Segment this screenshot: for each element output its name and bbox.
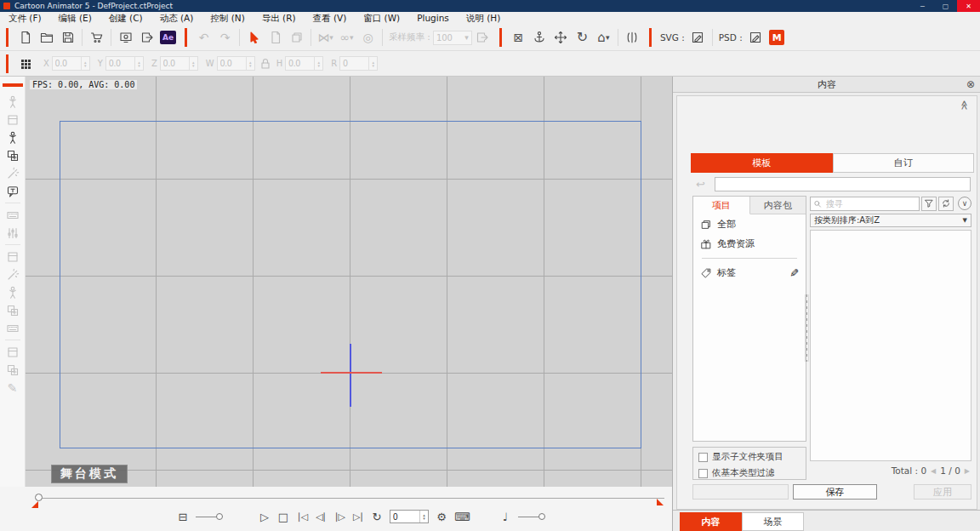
slider-knob[interactable]: [216, 513, 223, 520]
motion-live-tool[interactable]: [3, 93, 22, 111]
tab-custom[interactable]: 自订: [833, 153, 975, 173]
panel-close-icon[interactable]: ⊗: [966, 78, 975, 90]
apply-button[interactable]: 应用: [914, 484, 971, 500]
play-button[interactable]: ▷: [259, 511, 271, 522]
composer-tool[interactable]: [3, 111, 22, 128]
go-to-end-button[interactable]: ▷∣: [352, 512, 364, 522]
link-button[interactable]: ∞▾: [336, 27, 357, 49]
move-tool-button[interactable]: [550, 27, 572, 49]
image-layer-tool[interactable]: [3, 343, 22, 361]
save-project-button[interactable]: [57, 27, 78, 49]
edit-tags-pencil-icon[interactable]: ✎: [788, 268, 801, 277]
frame-number-input[interactable]: [390, 511, 419, 522]
reach-target-tool[interactable]: [3, 283, 22, 301]
playback-settings-button[interactable]: ⚙: [436, 511, 447, 522]
pen-tool[interactable]: ✎: [3, 379, 22, 397]
redo-button[interactable]: ↷: [214, 27, 236, 49]
menu-edit[interactable]: 编辑 (E): [50, 12, 100, 25]
home-view-button[interactable]: ⌂▾: [593, 27, 614, 49]
content-store-button[interactable]: [86, 27, 107, 49]
undo-button[interactable]: ↶: [193, 27, 214, 49]
filter-button[interactable]: [921, 197, 937, 211]
slider-knob[interactable]: [538, 513, 545, 520]
previous-frame-button[interactable]: ◁∣: [315, 512, 327, 522]
filter-by-type-option[interactable]: 依基本类型过滤: [698, 467, 801, 479]
face-puppet-tool[interactable]: [3, 248, 22, 266]
page-prev-icon[interactable]: ◀: [931, 467, 936, 475]
stop-button[interactable]: □: [277, 511, 289, 522]
sort-dropdown[interactable]: 按类别排序:A到Z ▼: [810, 214, 971, 227]
search-input[interactable]: [824, 198, 916, 209]
spinner[interactable]: ▴▾: [314, 57, 322, 70]
collect-clip-tool[interactable]: [3, 301, 22, 319]
menu-plugins[interactable]: Plugins: [408, 12, 458, 25]
snap-grid-button[interactable]: [14, 53, 36, 74]
tab-content-pack[interactable]: 内容包: [750, 197, 806, 214]
rotation-field[interactable]: ▴▾: [339, 56, 378, 71]
tags-item[interactable]: 标签 ✎: [693, 263, 806, 283]
visibility-button[interactable]: ◎: [357, 27, 379, 49]
after-effects-button[interactable]: Ae: [157, 27, 179, 49]
import-motion-button[interactable]: [472, 27, 493, 49]
page-next-icon[interactable]: ▶: [965, 467, 970, 475]
collapse-panel-icon[interactable]: ≪: [960, 100, 971, 111]
grid-tool[interactable]: [3, 319, 22, 337]
frame-spinner[interactable]: ▴▾: [419, 511, 428, 522]
spinner[interactable]: ▴▾: [81, 57, 89, 70]
spinner[interactable]: ▴▾: [134, 57, 143, 70]
menu-view[interactable]: 查看 (V): [305, 12, 356, 25]
height-field[interactable]: ▴▾: [285, 56, 323, 71]
menu-file[interactable]: 文件 (F): [0, 12, 50, 25]
search-field[interactable]: [810, 197, 920, 211]
more-options-button[interactable]: ∨: [958, 197, 971, 210]
minimize-button[interactable]: ─: [911, 0, 934, 12]
subtitle-track-icon[interactable]: ⊟: [177, 511, 189, 522]
close-button[interactable]: ✕: [957, 0, 980, 12]
volume-slider[interactable]: [518, 517, 544, 517]
breadcrumb-path-input[interactable]: [715, 177, 971, 191]
y-field[interactable]: ▴▾: [105, 56, 144, 71]
load-button[interactable]: [692, 484, 789, 500]
z-field[interactable]: ▴▾: [160, 56, 198, 71]
range-end-marker[interactable]: [657, 499, 664, 505]
filter-all-item[interactable]: 全部: [693, 214, 806, 234]
pane-splitter-handle[interactable]: [805, 294, 809, 362]
keyboard-puppet-tool[interactable]: [3, 206, 22, 224]
menu-export[interactable]: 导出 (R): [254, 12, 305, 25]
menu-create[interactable]: 创建 (C): [100, 12, 151, 25]
tab-content[interactable]: 内容: [680, 512, 742, 531]
breadcrumb-back-icon[interactable]: ↩: [696, 178, 705, 191]
show-subfolder-option[interactable]: 显示子文件夹项目: [698, 451, 801, 463]
save-button[interactable]: 保存: [793, 484, 877, 500]
select-tool-button[interactable]: [243, 27, 265, 49]
layer-manager-tool[interactable]: [3, 361, 22, 379]
new-project-button[interactable]: [14, 27, 36, 49]
checkbox[interactable]: [698, 453, 708, 462]
range-start-marker[interactable]: [31, 501, 38, 508]
current-frame-field[interactable]: ▴▾: [390, 510, 429, 523]
timeline-scrub-handle[interactable]: [35, 494, 43, 501]
spinner[interactable]: ▴▾: [368, 57, 377, 70]
refresh-button[interactable]: [938, 197, 954, 211]
menu-animation[interactable]: 动态 (A): [151, 12, 202, 25]
tab-template[interactable]: 模板: [691, 153, 833, 173]
preview-render-button[interactable]: [115, 27, 136, 49]
menu-control[interactable]: 控制 (N): [202, 12, 253, 25]
tab-project[interactable]: 项目: [693, 197, 750, 214]
width-field[interactable]: ▴▾: [217, 56, 255, 71]
loop-button[interactable]: ↻: [371, 511, 383, 522]
next-frame-button[interactable]: ∣▷: [333, 512, 345, 522]
text-bubble-tool[interactable]: [3, 182, 22, 200]
rotate-tool-button[interactable]: ↻: [572, 27, 593, 49]
export-button[interactable]: [136, 27, 157, 49]
spinner[interactable]: ▴▾: [246, 57, 254, 70]
svg-edit-button[interactable]: [687, 27, 709, 49]
render-region-button[interactable]: ⊠: [508, 27, 529, 49]
open-project-button[interactable]: [36, 27, 57, 49]
tab-scene[interactable]: 场景: [742, 512, 804, 531]
spring-tool[interactable]: [3, 266, 22, 283]
paste-button[interactable]: [265, 27, 286, 49]
go-to-start-button[interactable]: ∣◁: [296, 512, 308, 522]
content-panel-header[interactable]: 内容 ⊗: [673, 77, 980, 93]
stage-viewport[interactable]: FPS: 0.00, AVG: 0.00 舞台模式: [26, 77, 672, 487]
